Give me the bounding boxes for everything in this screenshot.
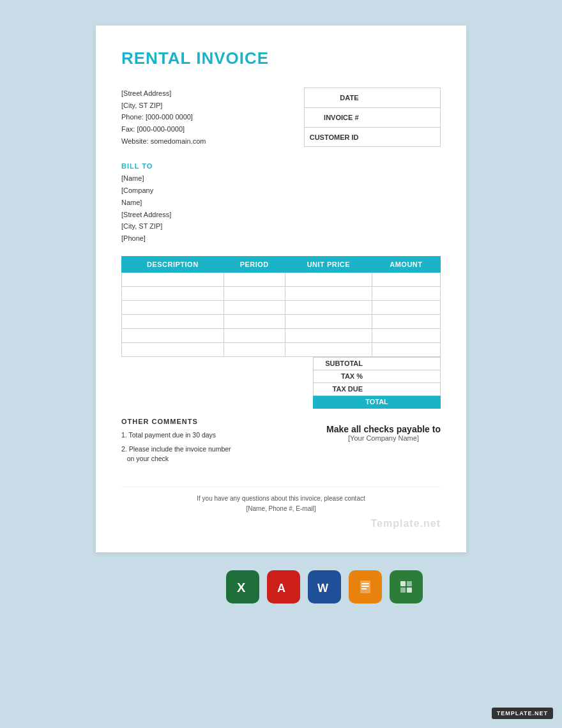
company-city: [City, ST ZIP]: [121, 100, 206, 112]
row1-amount: [372, 272, 440, 286]
svg-rect-4: [361, 583, 369, 584]
word-icon[interactable]: W: [308, 570, 341, 603]
customer-id-value: [364, 127, 441, 147]
bill-to-city: [City, ST ZIP]: [121, 220, 441, 232]
company-street: [Street Address]: [121, 87, 206, 100]
footer-line1: If you have any questions about this inv…: [121, 494, 441, 504]
svg-text:X: X: [237, 580, 246, 595]
tax-due-label: TAX DUE: [314, 383, 368, 395]
row2-desc: [122, 286, 224, 300]
subtotal-value: [368, 357, 440, 370]
row1-period: [224, 272, 285, 286]
row2-unit-price: [285, 286, 372, 300]
comment-2: 2. Please include the invoice number on …: [121, 444, 231, 463]
svg-rect-6: [361, 588, 367, 589]
pages-icon[interactable]: [349, 570, 382, 603]
bill-to-label: BILL TO: [121, 162, 441, 170]
invoice-title: RENTAL INVOICE: [121, 49, 441, 68]
payable-title: Make all checks payable to: [326, 424, 441, 434]
col-amount: AMOUNT: [372, 256, 440, 272]
row2-period: [224, 286, 285, 300]
row1-desc: [122, 272, 224, 286]
invoice-card: RENTAL INVOICE [Street Address] [City, S…: [96, 26, 466, 552]
company-phone: Phone: [000-000 0000]: [121, 111, 206, 123]
svg-rect-9: [400, 588, 406, 593]
bill-to-phone: [Phone]: [121, 232, 441, 245]
comments-section: OTHER COMMENTS 1. Total payment due in 3…: [121, 418, 231, 469]
bottom-badge: TEMPLATE.NET: [492, 708, 553, 719]
row4-period: [224, 314, 285, 328]
bill-to-street: [Street Address]: [121, 209, 441, 221]
row5-desc: [122, 328, 224, 342]
company-website: Website: somedomain.com: [121, 135, 206, 148]
table-row: [122, 314, 441, 328]
row6-period: [224, 342, 285, 356]
meta-table: DATE INVOICE # CUSTOMER ID: [304, 87, 441, 147]
subtotal-label: SUBTOTAL: [314, 357, 368, 370]
app-icons-row: X A W: [140, 570, 423, 603]
payable-name: [Your Company Name]: [326, 434, 441, 442]
excel-icon[interactable]: X: [226, 570, 259, 603]
col-description: DESCRIPTION: [122, 256, 224, 272]
tax-label: TAX %: [314, 370, 368, 383]
svg-rect-7: [400, 581, 406, 586]
table-row: [122, 342, 441, 356]
customer-id-label: CUSTOMER ID: [304, 127, 363, 147]
table-row: [122, 328, 441, 342]
row4-desc: [122, 314, 224, 328]
date-value: [364, 88, 441, 108]
total-label: TOTAL: [314, 395, 441, 408]
svg-rect-10: [407, 588, 412, 593]
bill-to-company: [CompanyName]: [121, 185, 441, 208]
template-watermark: Template.net: [371, 518, 441, 529]
col-unit-price: UNIT PRICE: [285, 256, 372, 272]
row3-unit-price: [285, 300, 372, 314]
row1-unit-price: [285, 272, 372, 286]
tax-value: [368, 370, 440, 383]
svg-rect-8: [407, 581, 412, 586]
date-label: DATE: [304, 88, 363, 108]
totals-table: SUBTOTAL TAX % TAX DUE TOTAL: [313, 357, 441, 409]
bill-to-info: [Name] [CompanyName] [Street Address] [C…: [121, 172, 441, 244]
company-info: [Street Address] [City, ST ZIP] Phone: […: [121, 87, 206, 147]
payable-section: Make all checks payable to [Your Company…: [326, 424, 441, 442]
company-fax: Fax: [000-000-0000]: [121, 123, 206, 135]
table-row: [122, 272, 441, 286]
table-row: [122, 286, 441, 300]
row5-amount: [372, 328, 440, 342]
bill-to-name: [Name]: [121, 172, 441, 185]
pdf-icon[interactable]: A: [267, 570, 300, 603]
bill-to-section: BILL TO [Name] [CompanyName] [Street Add…: [121, 162, 441, 244]
row5-unit-price: [285, 328, 372, 342]
page-wrapper: RENTAL INVOICE [Street Address] [City, S…: [0, 0, 562, 616]
header-section: [Street Address] [City, ST ZIP] Phone: […: [121, 87, 441, 147]
bottom-section: OTHER COMMENTS 1. Total payment due in 3…: [121, 418, 441, 469]
row2-amount: [372, 286, 440, 300]
row4-unit-price: [285, 314, 372, 328]
tax-due-value: [368, 383, 440, 395]
row3-amount: [372, 300, 440, 314]
invoice-num-label: INVOICE #: [304, 107, 363, 127]
footer-contact: If you have any questions about this inv…: [121, 487, 441, 514]
table-row: [122, 300, 441, 314]
footer-line2: [Name, Phone #, E-mail]: [121, 504, 441, 514]
row5-period: [224, 328, 285, 342]
invoice-num-value: [364, 107, 441, 127]
row4-amount: [372, 314, 440, 328]
row3-period: [224, 300, 285, 314]
svg-text:W: W: [317, 582, 328, 595]
comments-label: OTHER COMMENTS: [121, 418, 231, 425]
row3-desc: [122, 300, 224, 314]
totals-section: SUBTOTAL TAX % TAX DUE TOTAL: [121, 357, 441, 409]
row6-unit-price: [285, 342, 372, 356]
svg-text:A: A: [277, 582, 285, 595]
svg-rect-5: [361, 586, 369, 587]
numbers-icon[interactable]: [390, 570, 423, 603]
items-table: DESCRIPTION PERIOD UNIT PRICE AMOUNT: [121, 256, 441, 357]
row6-desc: [122, 342, 224, 356]
row6-amount: [372, 342, 440, 356]
col-period: PERIOD: [224, 256, 285, 272]
comment-1: 1. Total payment due in 30 days: [121, 430, 231, 440]
